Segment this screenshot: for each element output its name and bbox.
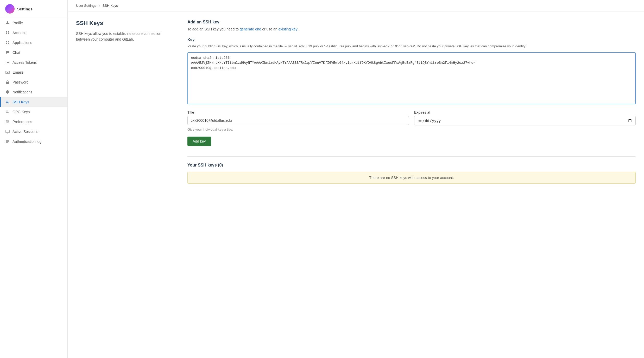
sidebar-item-label: Preferences xyxy=(12,120,32,124)
content-area: SSH Keys SSH keys allow you to establish… xyxy=(68,11,644,192)
lock-icon xyxy=(5,80,10,85)
add-key-button[interactable]: Add key xyxy=(187,137,211,146)
sidebar-item-label: Password xyxy=(12,80,28,84)
person-icon xyxy=(5,21,10,25)
sidebar-item-label: Account xyxy=(12,31,26,35)
key-icon xyxy=(5,100,10,104)
key-label: Key xyxy=(187,37,636,42)
chat-icon xyxy=(5,50,10,55)
form-hint: Give your individual key a title. xyxy=(187,127,636,131)
key-section: Key Paste your public SSH key, which is … xyxy=(187,37,636,105)
svg-point-15 xyxy=(7,120,7,121)
breadcrumb-separator: › xyxy=(99,4,100,8)
sidebar: Settings Profile Account Applications xyxy=(0,0,68,358)
key2-icon xyxy=(5,110,10,114)
svg-rect-1 xyxy=(6,31,7,33)
breadcrumb-parent-link[interactable]: User Settings xyxy=(76,4,96,8)
add-section-heading: Add an SSH key xyxy=(187,20,636,24)
list-icon xyxy=(5,139,10,144)
sidebar-item-label: Access Tokens xyxy=(12,60,37,65)
monitor-icon xyxy=(5,129,10,134)
svg-rect-7 xyxy=(6,43,7,44)
sidebar-nav: Profile Account Applications Chat Access xyxy=(0,18,67,146)
page-description: SSH keys allow you to establish a secure… xyxy=(76,31,175,42)
your-keys-title: Your SSH keys (0) xyxy=(187,163,636,168)
title-group: Title xyxy=(187,110,409,125)
sidebar-item-active-sessions[interactable]: Active Sessions xyxy=(0,127,67,137)
existing-key-link[interactable]: existing key xyxy=(279,27,298,31)
expires-label: Expires at xyxy=(414,110,636,114)
svg-rect-8 xyxy=(8,43,9,44)
sidebar-item-account[interactable]: Account xyxy=(0,28,67,38)
sidebar-item-ssh-keys[interactable]: SSH Keys xyxy=(0,97,67,107)
bell-icon xyxy=(5,90,10,94)
svg-rect-2 xyxy=(8,31,9,33)
sidebar-item-label: Active Sessions xyxy=(12,130,38,134)
svg-point-14 xyxy=(6,111,8,113)
sidebar-item-label: Applications xyxy=(12,41,32,45)
svg-rect-11 xyxy=(6,71,9,74)
sidebar-item-password[interactable]: Password xyxy=(0,77,67,87)
sidebar-item-access-tokens[interactable]: Access Tokens xyxy=(0,57,67,67)
svg-rect-4 xyxy=(8,33,9,34)
sidebar-item-label: Notifications xyxy=(12,90,32,94)
expires-group: Expires at xyxy=(414,110,636,125)
token-icon xyxy=(5,60,10,65)
page-title: SSH Keys xyxy=(76,20,175,27)
svg-point-13 xyxy=(6,101,8,103)
svg-point-17 xyxy=(7,123,8,123)
sidebar-item-label: Profile xyxy=(12,21,23,25)
expires-input[interactable] xyxy=(414,116,636,125)
sidebar-item-preferences[interactable]: Preferences xyxy=(0,117,67,127)
sidebar-item-gpg-keys[interactable]: GPG Keys xyxy=(0,107,67,117)
key-help-text: Paste your public SSH key, which is usua… xyxy=(187,44,636,49)
sidebar-item-label: SSH Keys xyxy=(12,100,29,104)
sidebar-item-notifications[interactable]: Notifications xyxy=(0,87,67,97)
account-icon xyxy=(5,30,10,35)
sidebar-title: Settings xyxy=(17,7,33,11)
svg-rect-12 xyxy=(6,82,9,84)
svg-rect-6 xyxy=(8,41,9,42)
sidebar-item-label: Emails xyxy=(12,70,23,74)
svg-rect-5 xyxy=(6,41,7,42)
content-right: Add an SSH key To add an SSH key you nee… xyxy=(187,20,636,184)
grid-icon xyxy=(5,40,10,45)
sidebar-item-chat[interactable]: Chat xyxy=(0,48,67,57)
sidebar-item-label: Authentication log xyxy=(12,139,41,144)
svg-point-10 xyxy=(6,62,7,63)
sidebar-item-label: Chat xyxy=(12,50,20,55)
sidebar-header: Settings xyxy=(0,0,67,18)
sliders-icon xyxy=(5,119,10,124)
form-row: Title Expires at xyxy=(187,110,636,125)
email-icon xyxy=(5,70,10,75)
title-label: Title xyxy=(187,110,409,114)
breadcrumb: User Settings › SSH Keys xyxy=(68,0,644,11)
title-input[interactable] xyxy=(187,116,409,125)
sidebar-item-emails[interactable]: Emails xyxy=(0,67,67,77)
sidebar-item-authentication-log[interactable]: Authentication log xyxy=(0,137,67,146)
add-intro-text: To add an SSH key you need to generate o… xyxy=(187,27,636,32)
content-left: SSH Keys SSH keys allow you to establish… xyxy=(76,20,175,184)
main-content: User Settings › SSH Keys SSH Keys SSH ke… xyxy=(68,0,644,358)
sidebar-item-applications[interactable]: Applications xyxy=(0,38,67,48)
breadcrumb-current: SSH Keys xyxy=(103,4,118,8)
your-keys-section: Your SSH keys (0) There are no SSH keys … xyxy=(187,156,636,184)
svg-point-16 xyxy=(8,122,9,122)
sidebar-item-profile[interactable]: Profile xyxy=(0,18,67,28)
sidebar-item-label: GPG Keys xyxy=(12,110,30,114)
avatar xyxy=(5,4,15,14)
svg-rect-18 xyxy=(6,130,9,133)
empty-keys-notice: There are no SSH keys with access to you… xyxy=(187,172,636,184)
key-textarea[interactable]: ecdsa-sha2-nistp256 AAAAE2VjZHNhLXNoYTIt… xyxy=(187,52,636,104)
svg-rect-3 xyxy=(6,33,7,34)
generate-one-link[interactable]: generate one xyxy=(240,27,261,31)
